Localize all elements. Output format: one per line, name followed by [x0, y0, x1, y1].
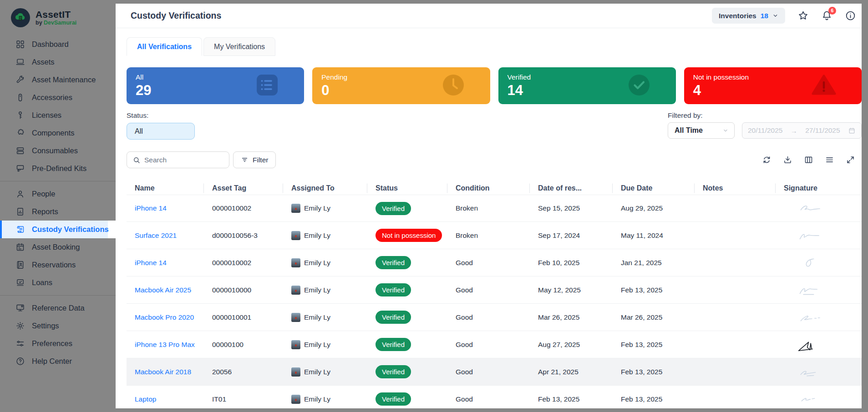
sidebar-item-custody-verifications[interactable]: Custody Verifications	[0, 221, 116, 238]
condition-cell: Good	[447, 276, 530, 303]
asset-tag-cell: 20056	[204, 358, 283, 385]
status-select[interactable]: All	[127, 123, 195, 140]
asset-name-link[interactable]: iPhone 14	[135, 204, 167, 212]
refdata-icon	[15, 303, 25, 313]
clock-icon	[442, 73, 465, 99]
column-header-notes: Notes	[695, 182, 776, 195]
dashboard-icon	[15, 40, 25, 49]
app-logo: AssetIT by DevSamurai	[0, 0, 116, 34]
sidebar-divider	[0, 295, 116, 296]
notes-cell	[695, 358, 776, 385]
signature-image	[795, 364, 829, 380]
stat-card-not-in-possession[interactable]: Not in possession4	[684, 67, 862, 104]
signature-cell	[776, 195, 862, 221]
asset-name-link[interactable]: iPhone 13 Pro Max	[135, 341, 195, 349]
date-of-res-cell: May 12, 2025	[530, 276, 613, 303]
sidebar-item-asset-maintenance[interactable]: Asset Maintenance	[0, 71, 116, 89]
page-header: Custody Verifications Inventories 18 6	[116, 0, 868, 28]
filtered-by-label: Filtered by:	[668, 111, 862, 120]
search-box	[127, 151, 229, 168]
arrow-right-icon: →	[791, 127, 797, 135]
condition-cell: Broken	[447, 222, 530, 249]
fullscreen-icon[interactable]	[845, 155, 855, 165]
avatar	[291, 231, 300, 240]
sidebar-item-consumables[interactable]: Consumables	[0, 142, 116, 160]
assigned-to-cell: Emily Ly	[283, 331, 367, 358]
idbook-icon	[15, 260, 25, 270]
sidebar-menu: DashboardAssetsAsset MaintenanceAccessor…	[0, 34, 116, 370]
calendar-icon	[848, 127, 856, 135]
search-input[interactable]	[144, 156, 223, 164]
asset-name-link[interactable]: Macbook Air 2025	[135, 286, 191, 294]
status-badge: Verified	[376, 311, 411, 324]
kits-icon	[15, 164, 25, 173]
sliders-icon	[15, 339, 25, 348]
date-range-picker[interactable]: 20/11/2025 → 27/11/2025	[742, 122, 862, 139]
sidebar-item-pre-defined-kits[interactable]: Pre-Defined Kits	[0, 160, 116, 177]
notifications-bell-icon[interactable]: 6	[821, 10, 832, 22]
density-menu-icon[interactable]	[824, 155, 834, 165]
status-badge: Verified	[376, 338, 411, 351]
sidebar-item-loans[interactable]: Loans	[0, 274, 116, 291]
sidebar-item-asset-booking[interactable]: Asset Booking	[0, 238, 116, 256]
sidebar-item-people[interactable]: People	[0, 185, 116, 203]
sidebar-item-licenses[interactable]: Licenses	[0, 106, 116, 124]
inventories-dropdown[interactable]: Inventories 18	[712, 8, 785, 24]
filter-icon	[241, 156, 249, 164]
condition-cell: Good	[447, 331, 530, 358]
time-range-select[interactable]: All Time	[668, 122, 735, 139]
dim-overlay-top	[0, 0, 868, 4]
avatar	[291, 313, 300, 322]
signature-cell	[776, 304, 862, 331]
stat-card-verified[interactable]: Verified14	[498, 67, 676, 104]
column-header-condition: Condition	[447, 182, 530, 195]
sidebar-item-dashboard[interactable]: Dashboard	[0, 35, 116, 53]
table-row: Macbook Air 20250000010000Emily LyVerifi…	[127, 276, 862, 304]
sidebar-item-assets[interactable]: Assets	[0, 53, 116, 71]
date-of-res-cell: Apr 21, 2025	[530, 358, 613, 385]
key-icon	[15, 111, 25, 120]
assigned-to-cell: Emily Ly	[283, 195, 367, 221]
download-icon[interactable]	[782, 155, 792, 165]
signature-image	[795, 227, 829, 244]
filter-button[interactable]: Filter	[233, 151, 276, 168]
wrench-icon	[15, 75, 25, 85]
status-filter: Status: All	[127, 111, 195, 140]
dim-overlay-right	[862, 0, 868, 412]
asset-name-link[interactable]: Macbook Pro 2020	[135, 313, 194, 322]
asset-name-link[interactable]: Laptop	[135, 395, 156, 403]
warning-icon	[811, 73, 837, 99]
puzzle-icon	[15, 128, 25, 138]
info-icon[interactable]	[844, 10, 856, 22]
asset-tag-cell: 0000010000	[204, 276, 283, 303]
avatar	[291, 204, 300, 213]
scroll-icon	[15, 225, 25, 234]
tab-all-verifications[interactable]: All Verifications	[127, 37, 202, 56]
tab-my-verifications[interactable]: My Verifications	[203, 37, 275, 56]
signature-image	[795, 391, 829, 407]
signature-image	[795, 309, 829, 326]
favorite-star-icon[interactable]	[797, 10, 809, 22]
sidebar-item-reports[interactable]: Reports	[0, 203, 116, 221]
sidebar-item-reference-data[interactable]: Reference Data	[0, 299, 116, 317]
stack-icon	[15, 146, 25, 156]
columns-icon[interactable]	[803, 155, 813, 165]
signature-image	[795, 200, 829, 216]
mouse-icon	[15, 93, 25, 102]
sidebar-item-settings[interactable]: Settings	[0, 317, 116, 335]
asset-name-link[interactable]: Surface 2021	[135, 231, 177, 240]
notes-cell	[695, 249, 776, 276]
sidebar-item-reservations[interactable]: Reservations	[0, 256, 116, 274]
refresh-icon[interactable]	[761, 155, 772, 165]
stat-card-all[interactable]: All29	[127, 67, 304, 104]
asset-name-link[interactable]: Macbook Air 2018	[135, 368, 191, 376]
filtered-by: Filtered by: All Time 20/11/2025 → 27/11…	[668, 111, 862, 140]
sidebar-item-help-center[interactable]: Help Center	[0, 352, 116, 370]
sidebar-item-components[interactable]: Components	[0, 124, 116, 142]
date-of-res-cell: Mar 26, 2025	[530, 304, 613, 331]
asset-name-link[interactable]: iPhone 14	[135, 259, 167, 267]
sidebar: AssetIT by DevSamurai DashboardAssetsAss…	[0, 0, 116, 412]
stat-card-pending[interactable]: Pending0	[312, 67, 490, 104]
sidebar-item-accessories[interactable]: Accessories	[0, 89, 116, 106]
sidebar-item-preferences[interactable]: Preferences	[0, 335, 116, 352]
